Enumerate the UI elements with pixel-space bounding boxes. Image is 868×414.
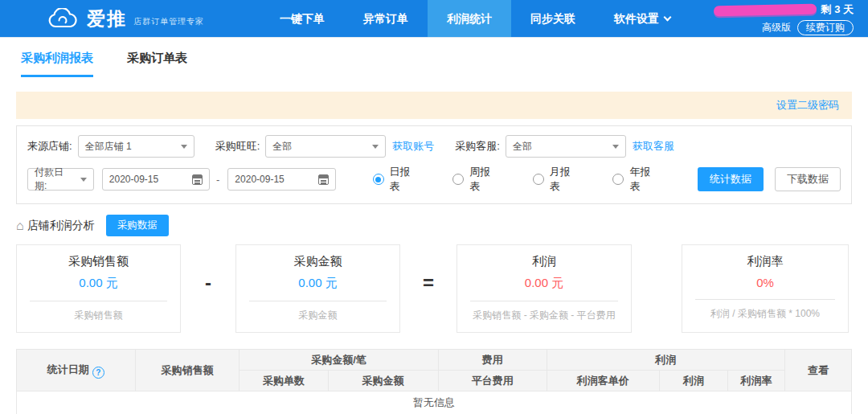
radio-yearly-report[interactable]: 年报表 — [612, 165, 657, 194]
col-purchase-amount: 采购金额 — [328, 371, 438, 391]
empty-message: 暂无信息 — [17, 391, 852, 414]
col-group-profit: 利润 — [547, 350, 784, 371]
statistics-data-button[interactable]: 统计数据 — [698, 167, 764, 191]
radio-label: 日报表 — [390, 165, 418, 194]
get-accounts-link[interactable]: 获取账号 — [392, 139, 434, 154]
date-range-separator: - — [216, 174, 219, 186]
source-shop-select[interactable]: 全部店铺 1 — [78, 135, 194, 158]
minus-operator: - — [181, 244, 235, 333]
top-navbar: 爱推 店群订单管理专家 一键下单 异常订单 利润统计 同步关联 软件设置 剩 3… — [0, 0, 868, 37]
download-data-button[interactable]: 下载数据 — [775, 167, 841, 191]
radio-icon — [452, 174, 464, 185]
col-purchase-count: 采购单数 — [240, 371, 328, 391]
nav-item-software-settings[interactable]: 软件设置 — [595, 0, 690, 37]
report-tabs: 采购利润报表 采购订单表 — [0, 37, 868, 77]
source-shop-value: 全部店铺 1 — [85, 140, 132, 154]
chevron-down-icon — [80, 178, 87, 182]
purchase-service-value: 全部 — [513, 140, 532, 154]
purchase-wangwang-value: 全部 — [272, 140, 292, 154]
date-from-value[interactable] — [109, 174, 182, 185]
nav-item-label: 软件设置 — [614, 0, 659, 37]
brand-logo[interactable]: 爱推 店群订单管理专家 — [47, 6, 204, 31]
radio-label: 年报表 — [629, 165, 657, 194]
summary-cards: 采购销售额 0.00 元 采购销售额 - 采购金额 0.00 元 采购金额 = … — [16, 244, 852, 333]
report-type-radios: 日报表 周报表 月报表 年报表 — [373, 165, 657, 194]
purchase-wangwang-label: 采购旺旺: — [215, 139, 260, 154]
date-from-input[interactable] — [102, 168, 210, 191]
profit-report-table: 统计日期? 采购销售额 采购金额/笔 费用 利润 查看 采购单数 采购金额 平台… — [16, 349, 852, 414]
purchase-service-label: 采购客服: — [455, 139, 500, 154]
date-field-select[interactable]: 付款日期: — [27, 168, 94, 191]
plan-label: 高级版 — [762, 20, 791, 35]
radio-label: 周报表 — [469, 165, 497, 194]
renew-subscription-button[interactable]: 续费订购 — [797, 20, 854, 35]
card-caption: 采购销售额 - 采购金额 - 平台费用 — [457, 301, 631, 332]
help-icon[interactable]: ? — [92, 367, 104, 379]
col-label: 统计日期 — [47, 363, 89, 375]
chevron-down-icon — [372, 145, 379, 149]
col-profit-rate: 利润率 — [728, 371, 785, 391]
purchase-wangwang-select[interactable]: 全部 — [265, 135, 386, 158]
col-stat-date: 统计日期? — [17, 350, 136, 391]
brand-tagline: 店群订单管理专家 — [133, 16, 204, 27]
empty-row: 暂无信息 — [17, 391, 852, 414]
col-purchase-sales: 采购销售额 — [135, 350, 240, 391]
chevron-down-icon — [664, 13, 672, 21]
col-profit-per-customer: 利润客单价 — [547, 371, 659, 391]
nav-item-abnormal-orders[interactable]: 异常订单 — [344, 0, 428, 37]
radio-label: 月报表 — [550, 165, 578, 194]
section-header: ⌂ 店铺利润分析 采购数据 — [16, 215, 868, 236]
spacer — [632, 244, 682, 333]
account-area: 剩 3 天 高级版 续费订购 — [714, 2, 854, 35]
date-to-input[interactable] — [227, 168, 335, 191]
card-profit-rate: 利润率 0% 利润 / 采购销售额 * 100% — [682, 244, 849, 333]
card-caption: 采购销售额 — [17, 301, 180, 332]
equals-operator: = — [400, 244, 457, 333]
calendar-icon[interactable] — [318, 174, 329, 185]
radio-monthly-report[interactable]: 月报表 — [533, 165, 578, 194]
card-purchase-sales: 采购销售额 0.00 元 采购销售额 — [16, 244, 181, 333]
brand-name: 爱推 — [87, 6, 127, 31]
card-purchase-amount: 采购金额 0.00 元 采购金额 — [235, 244, 400, 333]
col-group-amount-per-order: 采购金额/笔 — [240, 350, 438, 371]
col-group-fees: 费用 — [438, 350, 547, 371]
radio-icon — [373, 174, 384, 185]
date-to-value[interactable] — [235, 174, 307, 185]
chevron-down-icon — [612, 145, 619, 149]
card-value: 0.00 元 — [236, 276, 399, 291]
col-profit: 利润 — [659, 371, 727, 391]
card-title: 采购销售额 — [17, 254, 180, 269]
card-value: 0.00 元 — [457, 276, 631, 291]
main-nav: 一键下单 异常订单 利润统计 同步关联 软件设置 — [260, 0, 690, 37]
set-secondary-password-link[interactable]: 设置二级密码 — [776, 98, 839, 113]
calendar-icon[interactable] — [192, 174, 203, 185]
card-caption: 利润 / 采购销售额 * 100% — [682, 300, 848, 330]
filter-row-1: 来源店铺: 全部店铺 1 采购旺旺: 全部 获取账号 采购客服: 全部 获取客服 — [27, 135, 841, 158]
purchase-data-button[interactable]: 采购数据 — [106, 215, 169, 236]
source-shop-label: 来源店铺: — [27, 139, 72, 154]
redacted-username — [713, 4, 816, 17]
chevron-down-icon — [181, 145, 187, 149]
card-value: 0.00 元 — [17, 276, 180, 291]
days-left-badge: 剩 3 天 — [821, 2, 854, 18]
col-view: 查看 — [784, 350, 851, 391]
card-profit: 利润 0.00 元 采购销售额 - 采购金额 - 平台费用 — [457, 244, 632, 333]
nav-item-profit-statistics[interactable]: 利润统计 — [428, 0, 511, 37]
col-platform-fee: 平台费用 — [438, 371, 547, 391]
nav-item-one-click-order[interactable]: 一键下单 — [260, 0, 344, 37]
section-title: 店铺利润分析 — [27, 219, 95, 233]
filter-row-2: 付款日期: - 日报表 周报表 月报表 — [27, 165, 841, 194]
card-title: 利润 — [457, 254, 631, 269]
card-value: 0% — [682, 276, 848, 289]
radio-icon — [533, 174, 544, 185]
radio-icon — [612, 174, 624, 185]
radio-weekly-report[interactable]: 周报表 — [452, 165, 497, 194]
notice-banner: 设置二级密码 — [16, 92, 852, 119]
tab-purchase-order-table[interactable]: 采购订单表 — [127, 51, 187, 77]
filter-panel: 来源店铺: 全部店铺 1 采购旺旺: 全部 获取账号 采购客服: 全部 获取客服… — [16, 125, 852, 204]
nav-item-sync-link[interactable]: 同步关联 — [511, 0, 595, 37]
purchase-service-select[interactable]: 全部 — [506, 135, 626, 158]
radio-daily-report[interactable]: 日报表 — [373, 165, 418, 194]
get-service-link[interactable]: 获取客服 — [633, 139, 674, 154]
tab-purchase-profit-report[interactable]: 采购利润报表 — [21, 51, 93, 77]
